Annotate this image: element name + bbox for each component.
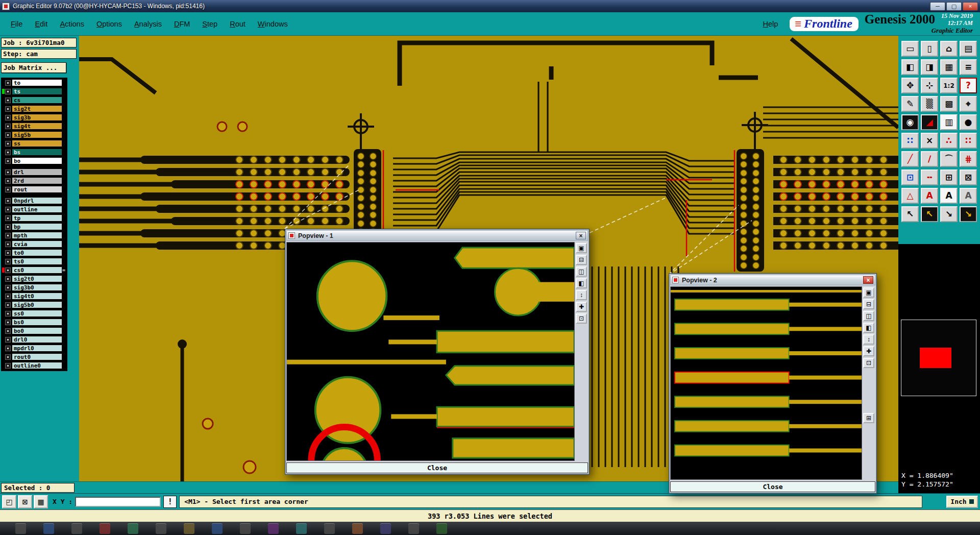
toolbar-icon-button[interactable]: ⋕ [960, 151, 977, 167]
layer-name[interactable]: cs [12, 96, 62, 104]
toolbar-icon-button[interactable]: ▩ [940, 96, 958, 112]
toolbar-icon-button[interactable]: ▦ [940, 59, 958, 75]
layer-row[interactable]: bs [2, 148, 66, 156]
job-matrix-button[interactable]: Job Matrix ... [1, 62, 66, 73]
layer-visibility-checkbox[interactable] [5, 363, 11, 369]
layer-name[interactable]: ss [12, 140, 62, 147]
layer-visibility-checkbox[interactable] [5, 141, 11, 147]
layer-name[interactable]: 2rd [12, 177, 62, 184]
toolbar-icon-button[interactable]: ⊠ [960, 169, 977, 185]
taskbar-app-icon[interactable] [15, 523, 26, 534]
layer-visibility-checkbox[interactable] [5, 268, 11, 273]
popview-tool-button[interactable]: ⊡ [576, 313, 587, 324]
layer-row[interactable]: bo [2, 157, 66, 165]
layer-row[interactable]: ts [2, 87, 66, 95]
taskbar-app-icon[interactable] [128, 523, 138, 534]
toolbar-icon-button[interactable]: ╱ [901, 151, 919, 167]
window-titlebar[interactable]: Graphic Editor 9.07b2 (00@HY-HYCAM-PC153… [0, 0, 980, 12]
toolbar-icon-button[interactable]: ↘ [960, 206, 977, 222]
toolbar-icon-button[interactable]: ✎ [901, 96, 919, 112]
layer-visibility-checkbox[interactable] [5, 250, 11, 256]
taskbar-app-icon[interactable] [408, 523, 419, 534]
layer-row[interactable]: tp [2, 214, 66, 222]
toolbar-icon-button[interactable]: ◧ [901, 59, 919, 75]
menu-item[interactable]: Actions [54, 18, 90, 30]
maximize-button[interactable]: ▢ [946, 2, 962, 11]
popview-tool-button[interactable]: ↕ [863, 334, 874, 345]
toolbar-icon-button[interactable]: ◉ [901, 114, 919, 130]
layer-visibility-checkbox[interactable] [5, 150, 11, 155]
popview-tool-button[interactable]: ✚ [863, 346, 874, 356]
minimize-button[interactable]: ─ [930, 2, 945, 11]
layer-visibility-checkbox[interactable] [5, 169, 11, 175]
popview-tool-button[interactable]: ↕ [576, 290, 587, 300]
layer-row[interactable]: sig4t [2, 122, 66, 130]
layer-visibility-checkbox[interactable] [5, 320, 11, 325]
layer-name[interactable]: sig4t [12, 123, 62, 130]
layer-row[interactable]: ss0 [2, 309, 66, 318]
layer-row[interactable]: cvia [2, 240, 66, 248]
popview-tool-button[interactable]: ▣ [576, 243, 587, 253]
popview1-titlebar[interactable]: Popview - 1 × [286, 230, 588, 241]
taskbar-app-icon[interactable] [212, 523, 223, 534]
toolbar-icon-button[interactable]: A [940, 188, 958, 204]
layer-row[interactable]: 0npdrl [2, 197, 66, 205]
toolbar-icon-button[interactable]: ⊡ [901, 169, 919, 185]
toolbar-icon-button[interactable]: ∴ [940, 133, 958, 149]
navigator-viewport-rect[interactable] [920, 348, 951, 368]
layer-name[interactable]: bp [12, 223, 62, 230]
layer-name[interactable]: tp [12, 214, 62, 222]
layer-row[interactable]: drl [2, 168, 66, 176]
menu-item[interactable]: Edit [29, 18, 53, 30]
layer-row[interactable]: drl0 [2, 335, 66, 344]
menu-item[interactable]: Windows [252, 18, 293, 30]
popview-tool-button[interactable]: ◧ [576, 278, 587, 288]
layer-name[interactable]: 0npdrl [12, 197, 62, 204]
menu-item[interactable]: DFM [168, 18, 195, 30]
layer-visibility-checkbox[interactable] [5, 276, 11, 282]
layer-name[interactable]: mpdrl0 [12, 345, 62, 352]
taskbar-app-icon[interactable] [240, 523, 251, 534]
toolbar-icon-button[interactable]: ╍ [921, 169, 938, 185]
taskbar-app-icon[interactable] [156, 523, 166, 534]
alert-button[interactable]: ! [163, 496, 177, 508]
xy-input[interactable] [75, 497, 161, 507]
layer-visibility-checkbox[interactable] [5, 80, 11, 86]
popview-tool-button[interactable]: ⊡ [863, 358, 874, 368]
taskbar-app-icon[interactable] [380, 523, 391, 534]
layer-visibility-checkbox[interactable] [5, 106, 11, 112]
layer-row[interactable]: sig5b0 [2, 301, 66, 309]
menu-item[interactable]: Options [91, 18, 128, 30]
popview2-viewport[interactable] [670, 286, 862, 480]
layer-visibility-checkbox[interactable] [5, 115, 11, 120]
popview2-titlebar[interactable]: Popview - 2 × [670, 275, 875, 285]
layer-row[interactable]: to0 [2, 249, 66, 257]
layer-name[interactable]: ts [12, 88, 62, 95]
toolbar-icon-button[interactable]: ∷ [960, 133, 977, 149]
layer-row[interactable]: sig5b [2, 131, 66, 139]
layer-row[interactable]: ss [2, 139, 66, 148]
toolbar-icon-button[interactable]: ▭ [901, 41, 919, 57]
taskbar-app-icon[interactable] [436, 523, 447, 534]
layer-row[interactable]: sig3b0 [2, 283, 66, 291]
layer-row[interactable]: cs0 = [2, 266, 66, 274]
popview-tool-button[interactable]: ✚ [576, 302, 587, 312]
taskbar-app-icon[interactable] [268, 523, 279, 534]
popview-window-2[interactable]: Popview - 2 × [669, 273, 877, 494]
layer-name[interactable]: bs [12, 149, 62, 156]
units-button[interactable]: Inch [946, 496, 978, 508]
layer-name[interactable]: sig5b0 [12, 301, 62, 308]
layer-row[interactable]: sig2t [2, 105, 66, 113]
close-button[interactable]: × [963, 2, 978, 11]
status-tool-button[interactable]: ⊠ [18, 495, 32, 508]
taskbar-app-icon[interactable] [352, 523, 363, 534]
status-tool-button[interactable]: ◰ [2, 495, 16, 508]
layer-visibility-checkbox[interactable] [5, 187, 11, 192]
toolbar-icon-button[interactable]: ≡ [960, 59, 977, 75]
toolbar-icon-button[interactable]: ⊞ [940, 169, 958, 185]
toolbar-icon-button[interactable]: A [921, 188, 938, 204]
layer-row[interactable]: mpth [2, 231, 66, 239]
layer-visibility-checkbox[interactable] [5, 207, 11, 212]
toolbar-icon-button[interactable]: ⊹ [921, 78, 938, 93]
taskbar-app-icon[interactable] [324, 523, 335, 534]
